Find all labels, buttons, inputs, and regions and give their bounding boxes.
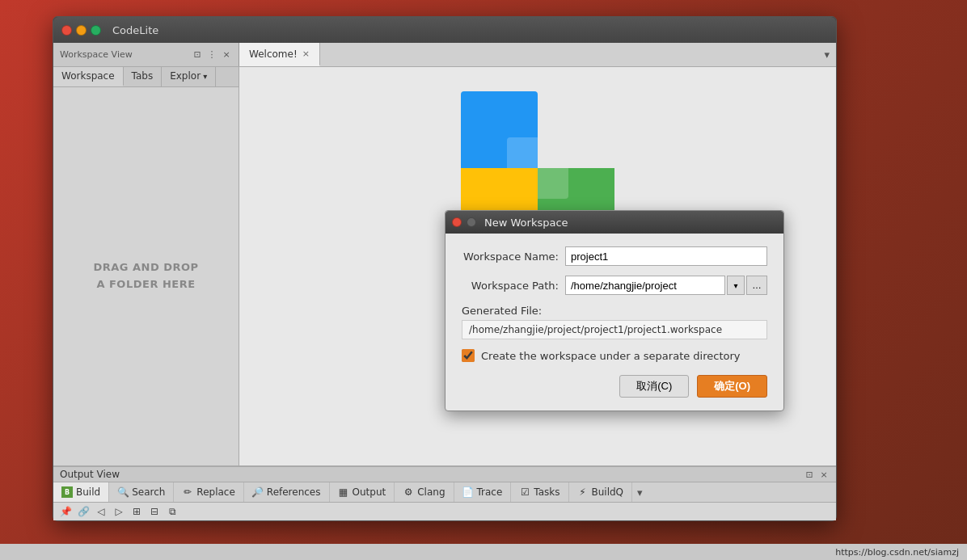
generated-file-label: Generated File: <box>462 305 767 317</box>
output-tab-buildq-label: BuildQ <box>592 486 624 498</box>
doc-tabs: Welcome! × ▾ <box>239 43 836 66</box>
tab-welcome-label: Welcome! <box>249 48 298 60</box>
logo-tile-empty <box>538 91 614 168</box>
dialog-buttons: 取消(C) 确定(O) <box>462 375 767 398</box>
output-icon: ▦ <box>338 486 349 498</box>
toolbar-copy-icon[interactable]: ⧉ <box>165 504 179 519</box>
drag-drop-line2: A FOLDER HERE <box>93 276 198 293</box>
new-workspace-dialog[interactable]: New Workspace Workspace Name: Workspace … <box>445 210 784 411</box>
output-tab-search-label: Search <box>132 486 165 498</box>
toolbar-collapse-icon[interactable]: ⊟ <box>147 504 162 519</box>
dialog-min-button[interactable] <box>467 217 476 227</box>
toolbar-next-icon[interactable]: ▷ <box>112 504 126 519</box>
left-panel: Workspace Tabs Explor DRAG AND DROP A FO… <box>53 67 239 465</box>
output-tab-build-label: Build <box>76 486 100 498</box>
minimize-button[interactable] <box>76 25 87 36</box>
dialog-title-bar: New Workspace <box>445 211 783 234</box>
output-view: Output View ⊡ × B Build 🔍 Search ✏ Repla… <box>53 465 836 520</box>
output-tabs: B Build 🔍 Search ✏ Replace 🔎 References … <box>53 482 836 503</box>
tab-tabs[interactable]: Tabs <box>124 67 163 86</box>
panel-header-icons: ⊡ ⋮ × <box>192 49 232 61</box>
dialog-title: New Workspace <box>484 217 568 229</box>
status-bar: https://blog.csdn.net/siamzj <box>0 544 967 560</box>
ok-button[interactable]: 确定(O) <box>697 375 767 398</box>
toolbar-expand-icon[interactable]: ⊞ <box>129 504 144 519</box>
checkbox-row: Create the workspace under a separate di… <box>462 349 767 362</box>
generated-file-section: Generated File: /home/zhangjie/project/p… <box>462 305 767 339</box>
workspace-name-input[interactable] <box>565 246 767 266</box>
output-tab-clang[interactable]: ⚙ Clang <box>395 482 454 502</box>
output-tab-output-label: Output <box>353 486 386 498</box>
workspace-name-row: Workspace Name: <box>462 246 767 266</box>
replace-icon: ✏ <box>182 486 193 498</box>
title-bar: CodeLite <box>53 17 836 43</box>
output-tab-tasks-label: Tasks <box>534 486 560 498</box>
dialog-close-button[interactable] <box>452 217 462 227</box>
toolbar-prev-icon[interactable]: ◁ <box>94 504 108 519</box>
workspace-name-label: Workspace Name: <box>462 251 559 263</box>
output-view-title: Output View <box>60 469 120 480</box>
cancel-button[interactable]: 取消(C) <box>619 375 689 398</box>
tab-dropdown[interactable]: ▾ <box>817 43 836 66</box>
workspace-path-row: Workspace Path: ▾ … <box>462 276 767 295</box>
tab-workspace[interactable]: Workspace <box>53 67 124 86</box>
tab-welcome[interactable]: Welcome! × <box>239 43 320 66</box>
output-view-header: Output View ⊡ × <box>53 467 836 482</box>
panel-close-icon[interactable]: × <box>221 49 232 61</box>
output-close-icon[interactable]: × <box>818 469 830 480</box>
output-tab-replace[interactable]: ✏ Replace <box>174 482 243 502</box>
toolbar-link-icon[interactable]: 🔗 <box>76 504 91 519</box>
left-panel-tabs: Workspace Tabs Explor <box>53 67 239 87</box>
output-tab-buildq[interactable]: ⚡ BuildQ <box>569 482 633 502</box>
app-title: CodeLite <box>112 24 158 36</box>
output-tab-search[interactable]: 🔍 Search <box>109 482 174 502</box>
tasks-icon: ☑ <box>519 486 530 498</box>
output-tab-replace-label: Replace <box>196 486 234 498</box>
drag-drop-area: DRAG AND DROP A FOLDER HERE <box>53 87 239 465</box>
trace-icon: 📄 <box>462 486 474 498</box>
tab-explorer[interactable]: Explor <box>162 67 216 86</box>
output-tab-trace[interactable]: 📄 Trace <box>454 482 512 502</box>
output-header-icons: ⊡ × <box>804 469 830 480</box>
output-tab-tasks[interactable]: ☑ Tasks <box>511 482 568 502</box>
maximize-button[interactable] <box>91 25 101 36</box>
separate-dir-label[interactable]: Create the workspace under a separate di… <box>481 350 741 362</box>
path-browse-button[interactable]: … <box>746 276 767 295</box>
output-tab-references[interactable]: 🔎 References <box>244 482 330 502</box>
output-tab-build[interactable]: B Build <box>53 482 109 502</box>
tab-welcome-close[interactable]: × <box>302 48 310 59</box>
top-tabs-bar: Workspace View ⊡ ⋮ × Welcome! × ▾ <box>53 43 836 67</box>
clang-icon: ⚙ <box>403 486 414 498</box>
workspace-panel-title: Workspace View <box>60 49 133 60</box>
title-bar-buttons <box>61 25 101 36</box>
buildq-icon: ⚡ <box>577 486 589 498</box>
status-url: https://blog.csdn.net/siamzj <box>835 547 959 558</box>
output-tab-clang-label: Clang <box>417 486 445 498</box>
workspace-panel-header: Workspace View ⊡ ⋮ × <box>53 43 239 66</box>
references-icon: 🔎 <box>252 486 264 498</box>
workspace-path-label: Workspace Path: <box>462 280 559 292</box>
search-icon: 🔍 <box>117 486 129 498</box>
path-dropdown-button[interactable]: ▾ <box>727 276 745 295</box>
workspace-path-controls: ▾ … <box>565 276 767 295</box>
drag-drop-line1: DRAG AND DROP <box>93 259 198 276</box>
output-tab-output[interactable]: ▦ Output <box>330 482 395 502</box>
panel-float-icon[interactable]: ⊡ <box>192 49 203 61</box>
logo-tile-blue <box>461 91 538 168</box>
output-tab-trace-label: Trace <box>477 486 503 498</box>
close-button[interactable] <box>61 25 72 36</box>
generated-file-value: /home/zhangjie/project/project1/project1… <box>462 320 767 339</box>
output-toolbar: 📌 🔗 ◁ ▷ ⊞ ⊟ ⧉ <box>53 503 836 520</box>
dialog-body: Workspace Name: Workspace Path: ▾ … Gene… <box>445 234 783 411</box>
output-tab-more[interactable]: ▾ <box>632 486 648 499</box>
build-icon: B <box>61 486 73 498</box>
panel-menu-icon[interactable]: ⋮ <box>206 49 217 61</box>
toolbar-pin-icon[interactable]: 📌 <box>58 504 73 519</box>
output-tab-references-label: References <box>267 486 321 498</box>
output-float-icon[interactable]: ⊡ <box>804 469 815 480</box>
separate-dir-checkbox[interactable] <box>462 349 475 362</box>
workspace-path-input[interactable] <box>565 276 725 295</box>
